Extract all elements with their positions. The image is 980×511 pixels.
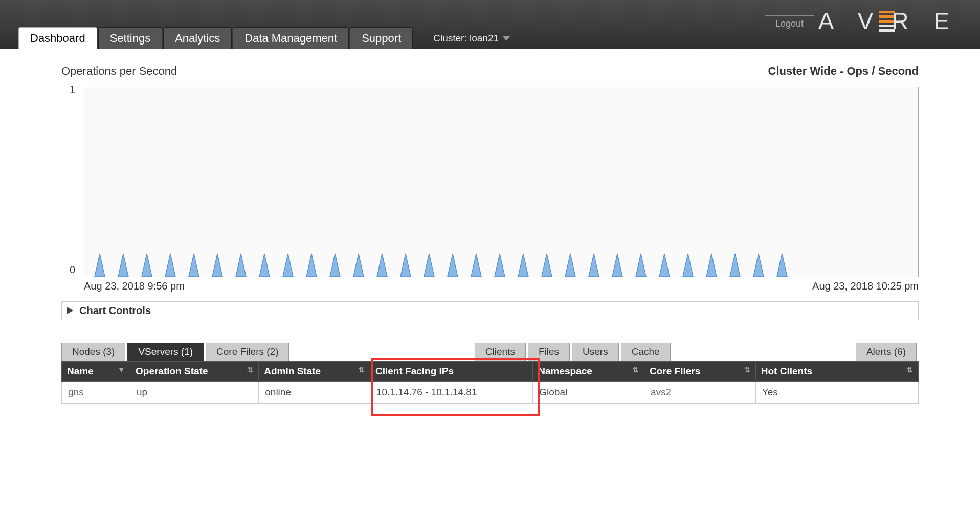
tab-alerts[interactable]: Alerts (6)	[856, 343, 917, 361]
cell-client-facing-ips: 10.1.14.76 - 10.1.14.81	[370, 382, 533, 404]
tab-core-filers[interactable]: Core Filers (2)	[206, 343, 289, 361]
cell-operation-state: up	[130, 382, 259, 404]
header-bar: Logout A V R E Dashboard Settings Analyt…	[0, 0, 980, 49]
sort-icon: ⇅	[633, 366, 639, 374]
panel-tabs-mid: Clients Files Users Cache	[475, 343, 673, 361]
cell-core-filers: avs2	[644, 382, 756, 404]
panel-tabs-right: Alerts (6)	[856, 343, 919, 361]
tab-data-management[interactable]: Data Management	[233, 27, 349, 49]
col-client-facing-ips[interactable]: Client Facing IPs	[370, 362, 533, 382]
core-filer-link[interactable]: avs2	[651, 387, 671, 397]
svg-marker-0	[503, 36, 510, 41]
triangle-right-icon	[67, 305, 73, 317]
tab-users[interactable]: Users	[572, 343, 619, 361]
cluster-selector[interactable]: Cluster: loan21	[433, 33, 510, 49]
tab-files[interactable]: Files	[528, 343, 570, 361]
tab-dashboard[interactable]: Dashboard	[18, 27, 97, 49]
tab-analytics[interactable]: Analytics	[163, 27, 232, 49]
vserver-link[interactable]: gns	[68, 387, 84, 397]
chart-title-row: Operations per Second Cluster Wide - Ops…	[61, 64, 919, 78]
chart-spikes	[84, 246, 800, 277]
col-name[interactable]: Name▼	[62, 362, 130, 382]
tab-support[interactable]: Support	[350, 27, 413, 49]
chart-plot[interactable]	[84, 87, 919, 277]
col-namespace[interactable]: Namespace⇅	[533, 362, 644, 382]
x-axis-end: Aug 23, 2018 10:25 pm	[812, 280, 919, 292]
chart-title-left: Operations per Second	[61, 64, 177, 78]
chevron-down-icon	[503, 33, 510, 44]
col-admin-state[interactable]: Admin State⇅	[259, 362, 370, 382]
col-operation-state[interactable]: Operation State⇅	[130, 362, 259, 382]
svg-marker-1	[67, 307, 73, 314]
sort-icon: ⇅	[744, 366, 750, 374]
avere-logo: A V R E	[818, 7, 959, 35]
logout-button[interactable]: Logout	[765, 15, 814, 32]
tab-clients[interactable]: Clients	[475, 343, 526, 361]
col-core-filers[interactable]: Core Filers⇅	[644, 362, 756, 382]
chart-controls-label: Chart Controls	[79, 305, 151, 317]
tab-cache[interactable]: Cache	[621, 343, 671, 361]
sort-icon: ⇅	[359, 366, 365, 374]
cell-name: gns	[62, 382, 130, 404]
x-axis-start: Aug 23, 2018 9:56 pm	[84, 280, 185, 292]
vservers-table: Name▼ Operation State⇅ Admin State⇅ Clie…	[61, 361, 919, 404]
chart-controls-toggle[interactable]: Chart Controls	[61, 301, 919, 320]
cell-namespace: Global	[533, 382, 644, 404]
table-wrapper: Name▼ Operation State⇅ Admin State⇅ Clie…	[61, 361, 919, 404]
chart-title-right: Cluster Wide - Ops / Second	[768, 64, 919, 78]
tab-vservers[interactable]: VServers (1)	[127, 343, 204, 361]
panel-tabs-row: Nodes (3) VServers (1) Core Filers (2) C…	[61, 343, 919, 361]
sort-icon: ▼	[118, 366, 125, 374]
sort-icon: ⇅	[247, 366, 253, 374]
sort-icon: ⇅	[907, 366, 913, 374]
y-axis-min: 0	[70, 264, 75, 276]
col-hot-clients[interactable]: Hot Clients⇅	[755, 362, 918, 382]
cell-admin-state: online	[259, 382, 370, 404]
y-axis-max: 1	[70, 84, 75, 96]
content-area: Operations per Second Cluster Wide - Ops…	[0, 49, 980, 424]
chart-area: 1 0 Aug 23, 2018 9:56 pm Aug 23, 2018 10…	[84, 87, 919, 292]
tab-nodes[interactable]: Nodes (3)	[61, 343, 125, 361]
nav-tabs: Dashboard Settings Analytics Data Manage…	[18, 27, 510, 49]
panel-tabs-left: Nodes (3) VServers (1) Core Filers (2)	[61, 343, 291, 361]
cell-hot-clients: Yes	[755, 382, 918, 404]
cluster-label-text: Cluster: loan21	[433, 33, 499, 44]
x-axis-labels: Aug 23, 2018 9:56 pm Aug 23, 2018 10:25 …	[84, 280, 919, 292]
table-row: gns up online 10.1.14.76 - 10.1.14.81 Gl…	[62, 382, 919, 404]
table-header-row: Name▼ Operation State⇅ Admin State⇅ Clie…	[62, 362, 919, 382]
tab-settings[interactable]: Settings	[98, 27, 163, 49]
